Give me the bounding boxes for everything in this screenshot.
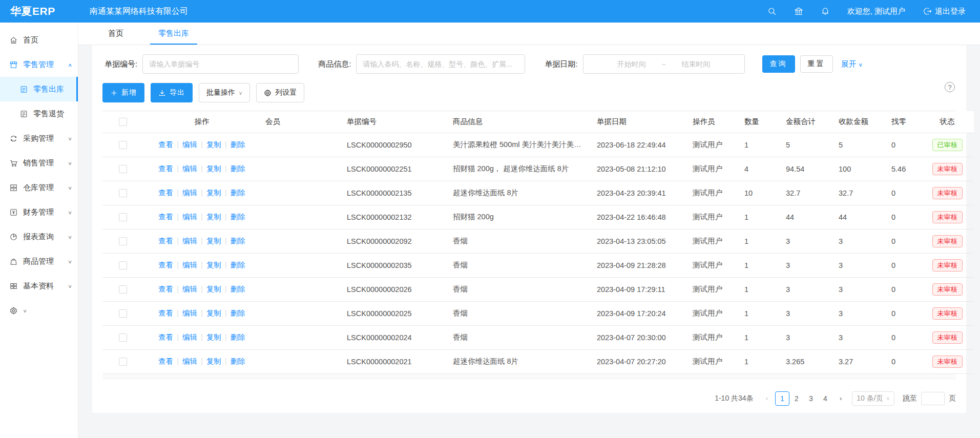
row-action-edit[interactable]: 编辑 xyxy=(182,261,197,269)
row-action-copy[interactable]: 复制 xyxy=(206,333,221,341)
welcome-user[interactable]: 欢迎您, 测试用户 xyxy=(847,7,905,16)
row-action-view[interactable]: 查看 xyxy=(158,237,173,245)
row-action-delete[interactable]: 删除 xyxy=(231,285,245,293)
row-action-edit[interactable]: 编辑 xyxy=(182,333,197,341)
row-action-view[interactable]: 查看 xyxy=(158,261,173,269)
sidebar-item-1[interactable]: 零售管理∧ xyxy=(0,52,78,77)
help-icon[interactable]: ? xyxy=(945,82,955,92)
row-action-copy[interactable]: 复制 xyxy=(206,140,221,149)
column-settings-button[interactable]: 列设置 xyxy=(256,83,304,102)
sidebar-item-11[interactable]: 系统管理∨ xyxy=(0,298,78,323)
page-size-select[interactable]: 10 条/页 ∨ xyxy=(852,391,894,406)
action-separator: | xyxy=(225,261,227,269)
row-action-edit[interactable]: 编辑 xyxy=(182,309,197,317)
bell-icon[interactable] xyxy=(821,7,830,16)
sidebar-item-7[interactable]: 财务管理∨ xyxy=(0,200,78,224)
date-range-picker[interactable]: ~ xyxy=(583,54,745,74)
tab-home[interactable]: 首页 xyxy=(100,23,132,45)
page-number-3[interactable]: 3 xyxy=(804,391,818,406)
status-badge: 未审核 xyxy=(932,331,963,344)
action-separator: | xyxy=(201,333,203,341)
row-checkbox[interactable] xyxy=(119,309,127,318)
sidebar-item-2[interactable]: 零售出库 xyxy=(0,77,78,101)
export-button[interactable]: 导出 xyxy=(151,83,193,102)
date-start-input[interactable] xyxy=(603,60,660,68)
row-action-edit[interactable]: 编辑 xyxy=(182,164,197,173)
row-action-delete[interactable]: 删除 xyxy=(231,237,245,245)
sidebar-item-3[interactable]: 零售退货 xyxy=(0,101,78,126)
cell-operator: 测试用户 xyxy=(687,277,739,301)
row-checkbox[interactable] xyxy=(119,189,127,197)
row-checkbox[interactable] xyxy=(119,237,127,245)
row-action-copy[interactable]: 复制 xyxy=(206,237,221,245)
cell-product: 招财猫 200g， 超迷你维达面纸 8片 xyxy=(448,157,592,181)
bill-no-input[interactable] xyxy=(142,54,299,74)
page-number-1[interactable]: 1 xyxy=(775,391,789,406)
row-checkbox[interactable] xyxy=(119,333,127,342)
row-checkbox[interactable] xyxy=(119,285,127,294)
row-action-delete[interactable]: 删除 xyxy=(231,309,245,317)
batch-actions-button[interactable]: 批量操作 ∨ xyxy=(199,83,250,102)
row-action-edit[interactable]: 编辑 xyxy=(182,140,197,149)
row-action-view[interactable]: 查看 xyxy=(158,357,173,365)
sidebar-item-4[interactable]: 采购管理∨ xyxy=(0,126,78,151)
row-action-delete[interactable]: 删除 xyxy=(231,333,245,341)
row-action-copy[interactable]: 复制 xyxy=(206,164,221,173)
row-action-delete[interactable]: 删除 xyxy=(231,140,245,149)
cell-total: 94.54 xyxy=(781,157,833,181)
select-all-checkbox[interactable] xyxy=(119,118,127,126)
row-action-view[interactable]: 查看 xyxy=(158,140,173,149)
row-action-delete[interactable]: 删除 xyxy=(231,261,245,269)
row-checkbox[interactable] xyxy=(119,358,127,366)
row-action-copy[interactable]: 复制 xyxy=(206,261,221,269)
cell-member xyxy=(260,229,342,253)
row-checkbox[interactable] xyxy=(119,261,127,269)
row-action-view[interactable]: 查看 xyxy=(158,285,173,293)
jump-page-input[interactable] xyxy=(921,392,945,405)
expand-link[interactable]: 展开 ∨ xyxy=(841,59,863,69)
row-action-view[interactable]: 查看 xyxy=(158,309,173,317)
date-end-input[interactable] xyxy=(668,60,724,68)
row-action-edit[interactable]: 编辑 xyxy=(182,357,197,365)
sidebar-item-8[interactable]: 报表查询∨ xyxy=(0,224,78,249)
row-action-edit[interactable]: 编辑 xyxy=(182,213,197,221)
row-action-copy[interactable]: 复制 xyxy=(206,285,221,293)
expand-label: 展开 xyxy=(841,59,857,68)
row-action-copy[interactable]: 复制 xyxy=(206,189,221,197)
row-action-view[interactable]: 查看 xyxy=(158,189,173,197)
row-action-view[interactable]: 查看 xyxy=(158,333,173,341)
row-action-copy[interactable]: 复制 xyxy=(206,309,221,317)
tab-retail-outbound[interactable]: 零售出库 xyxy=(150,23,197,45)
page-number-2[interactable]: 2 xyxy=(789,391,804,406)
row-checkbox[interactable] xyxy=(119,141,127,149)
search-icon[interactable] xyxy=(767,7,777,16)
sidebar-item-6[interactable]: 仓库管理∨ xyxy=(0,175,78,200)
bank-icon[interactable] xyxy=(794,7,803,16)
row-action-delete[interactable]: 删除 xyxy=(231,213,245,221)
sidebar-item-5[interactable]: 销售管理∨ xyxy=(0,151,78,175)
row-checkbox[interactable] xyxy=(119,213,127,221)
row-action-copy[interactable]: 复制 xyxy=(206,213,221,221)
row-action-edit[interactable]: 编辑 xyxy=(182,237,197,245)
row-action-delete[interactable]: 删除 xyxy=(231,357,245,365)
row-action-edit[interactable]: 编辑 xyxy=(182,189,197,197)
row-action-view[interactable]: 查看 xyxy=(158,164,173,173)
row-checkbox[interactable] xyxy=(119,165,127,173)
add-button[interactable]: 新增 xyxy=(102,83,144,102)
reset-button[interactable]: 重置 xyxy=(800,55,833,73)
prev-page-arrow[interactable]: ‹ xyxy=(763,394,771,402)
row-action-delete[interactable]: 删除 xyxy=(231,189,245,197)
row-action-edit[interactable]: 编辑 xyxy=(182,285,197,293)
sidebar-item-label: 商品管理 xyxy=(23,257,68,266)
sidebar-item-0[interactable]: 首页 xyxy=(0,28,78,52)
sidebar-item-10[interactable]: 基本资料∨ xyxy=(0,274,78,298)
search-button[interactable]: 查询 xyxy=(762,55,795,73)
logout-button[interactable]: 退出登录 xyxy=(923,7,966,16)
page-number-4[interactable]: 4 xyxy=(818,391,832,406)
product-info-input[interactable] xyxy=(356,54,525,74)
row-action-copy[interactable]: 复制 xyxy=(206,357,221,365)
row-action-delete[interactable]: 删除 xyxy=(231,164,245,173)
next-page-arrow[interactable]: › xyxy=(837,394,845,402)
row-action-view[interactable]: 查看 xyxy=(158,213,173,221)
sidebar-item-9[interactable]: 商品管理∨ xyxy=(0,249,78,274)
